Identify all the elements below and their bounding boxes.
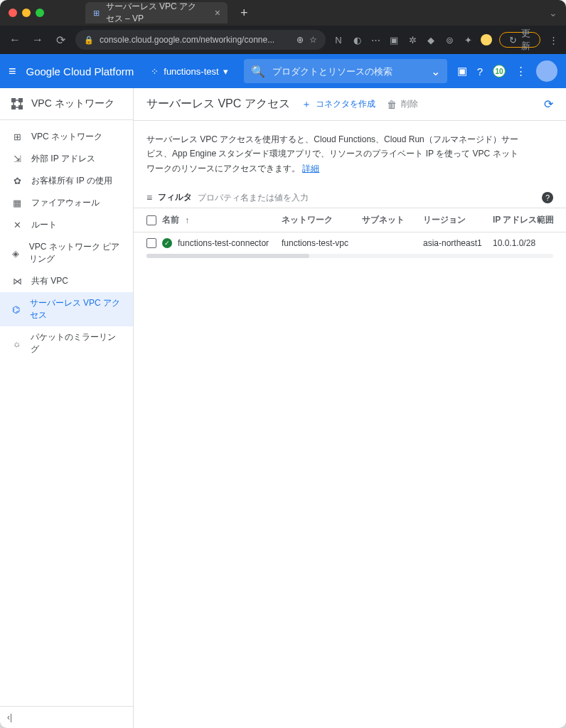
sidebar-item-label: ルート: [31, 219, 57, 231]
nav-menu-icon[interactable]: ≡: [9, 64, 16, 79]
delete-button[interactable]: 🗑 削除: [387, 98, 418, 110]
extensions-puzzle-icon[interactable]: ✦: [462, 34, 474, 46]
search-dropdown-icon[interactable]: ⌄: [431, 65, 440, 78]
vpc-network-icon: [10, 97, 24, 111]
sidebar-item-icon: ✕: [11, 220, 23, 230]
learn-more-link[interactable]: 詳細: [302, 164, 319, 173]
tab-title: サーバーレス VPC アクセス – VP: [106, 1, 205, 25]
update-arrow-icon: ↻: [507, 34, 518, 46]
create-connector-button[interactable]: ＋ コネクタを作成: [301, 98, 375, 111]
horizontal-scrollbar[interactable]: [146, 254, 553, 258]
chevron-down-icon: ▾: [223, 66, 228, 77]
browser-tab[interactable]: ⊞ サーバーレス VPC アクセス – VP ×: [85, 2, 228, 23]
window-menu-icon[interactable]: ⌄: [549, 7, 557, 18]
ext-icon-5[interactable]: ✲: [407, 34, 418, 46]
description-text: サーバーレス VPC アクセスを使用すると、Cloud Functions、Cl…: [146, 134, 518, 173]
sidebar-item-5[interactable]: ◈VPC ネットワーク ピアリング: [0, 236, 133, 270]
browser-update-button[interactable]: ↻ 更新: [499, 32, 540, 48]
refresh-button[interactable]: ⟳: [544, 97, 553, 111]
reload-button[interactable]: ⟳: [53, 33, 68, 47]
table-row[interactable]: ✓functions-test-connectorfunctions-test-…: [134, 232, 566, 254]
gcp-header: ≡ Google Cloud Platform ⁘ functions-test…: [0, 54, 566, 88]
col-network[interactable]: ネットワーク: [282, 214, 356, 226]
ext-avatar-icon[interactable]: [481, 34, 492, 46]
filter-bar: ≡ フィルタ ?: [134, 187, 566, 208]
extension-tray: N ◐ ⋯ ▣ ✲ ◆ ⊚ ✦ ↻ 更新 ⋮: [333, 32, 559, 48]
bookmark-star-icon[interactable]: ☆: [309, 35, 317, 45]
sidebar-collapse-button[interactable]: ‹|: [0, 706, 133, 728]
sidebar-item-icon: ⌬: [11, 304, 21, 315]
new-tab-button[interactable]: +: [240, 6, 248, 21]
search-in-page-icon[interactable]: ⊕: [297, 35, 304, 45]
sidebar-item-1[interactable]: ⇲外部 IP アドレス: [0, 148, 133, 170]
create-label: コネクタを作成: [316, 98, 375, 110]
sidebar-item-3[interactable]: ▦ファイアウォール: [0, 192, 133, 214]
tab-close-icon[interactable]: ×: [215, 7, 220, 18]
delete-label: 削除: [401, 98, 418, 110]
sidebar-item-2[interactable]: ✿お客様所有 IP の使用: [0, 170, 133, 192]
sidebar-item-label: お客様所有 IP の使用: [31, 175, 112, 187]
ext-notion-icon[interactable]: N: [333, 34, 344, 46]
sidebar-item-label: 共有 VPC: [31, 275, 68, 287]
sort-asc-icon: ↑: [185, 215, 189, 225]
search-input[interactable]: [272, 66, 424, 77]
sidebar-item-icon: ✿: [11, 176, 23, 186]
account-avatar[interactable]: [536, 60, 557, 82]
scrollbar-thumb[interactable]: [146, 254, 309, 258]
tab-favicon-icon: ⊞: [92, 8, 100, 18]
sidebar-item-8[interactable]: ☼パケットのミラーリング: [0, 326, 133, 360]
cell-region: asia-northeast1: [423, 238, 487, 248]
sidebar-item-icon: ⇲: [11, 154, 23, 164]
ext-icon-2[interactable]: ◐: [351, 34, 363, 46]
ext-icon-6[interactable]: ◆: [425, 34, 437, 46]
filter-help-icon[interactable]: ?: [542, 192, 553, 203]
zoom-window-icon[interactable]: [36, 9, 44, 17]
select-all-checkbox[interactable]: [146, 215, 156, 225]
url-text: console.cloud.google.com/networking/conn…: [100, 35, 274, 45]
status-ok-icon: ✓: [162, 238, 172, 248]
platform-name[interactable]: Google Cloud Platform: [26, 65, 134, 77]
sidebar-item-label: パケットのミラーリング: [31, 331, 122, 355]
svg-rect-2: [11, 105, 16, 109]
browser-menu-icon[interactable]: ⋮: [548, 34, 559, 46]
filter-title: フィルタ: [158, 191, 192, 203]
sidebar-item-icon: ⋈: [11, 276, 23, 287]
search-bar[interactable]: 🔍 ⌄: [244, 59, 447, 83]
help-icon[interactable]: ?: [477, 65, 483, 77]
sidebar-item-icon: ◈: [11, 248, 21, 259]
sidebar-item-0[interactable]: ⊞VPC ネットワーク: [0, 126, 133, 148]
page-title: サーバーレス VPC アクセス: [146, 97, 290, 112]
ext-icon-7[interactable]: ⊚: [444, 34, 455, 46]
row-checkbox[interactable]: [146, 238, 156, 248]
sidebar-item-4[interactable]: ✕ルート: [0, 214, 133, 236]
update-label: 更新: [521, 34, 533, 46]
sidebar-title[interactable]: VPC ネットワーク: [0, 88, 133, 120]
back-button[interactable]: ←: [7, 33, 23, 46]
project-selector[interactable]: ⁘ functions-test ▾: [144, 63, 233, 80]
col-ip-range[interactable]: IP アドレス範囲: [493, 214, 557, 226]
table-header-row: 名前 ↑ ネットワーク サブネット リージョン IP アドレス範囲: [134, 208, 566, 232]
project-icon: ⁘: [149, 66, 159, 76]
notifications-badge[interactable]: 10: [493, 65, 506, 77]
col-subnet[interactable]: サブネット: [362, 214, 417, 226]
console-icon[interactable]: ▣: [457, 65, 467, 77]
close-window-icon[interactable]: [9, 9, 17, 17]
address-bar[interactable]: 🔒 console.cloud.google.com/networking/co…: [75, 30, 326, 50]
sidebar-title-text: VPC ネットワーク: [31, 97, 114, 110]
connectors-table: 名前 ↑ ネットワーク サブネット リージョン IP アドレス範囲 ✓funct…: [134, 208, 566, 258]
page-header: サーバーレス VPC アクセス ＋ コネクタを作成 🗑 削除 ⟳: [134, 88, 566, 121]
window-titlebar: ⊞ サーバーレス VPC アクセス – VP × + ⌄: [0, 0, 566, 26]
col-name[interactable]: 名前 ↑: [162, 214, 276, 226]
filter-input[interactable]: [198, 193, 536, 203]
browser-toolbar: ← → ⟳ 🔒 console.cloud.google.com/network…: [0, 26, 566, 54]
minimize-window-icon[interactable]: [22, 9, 31, 17]
more-icon[interactable]: ⋮: [516, 65, 526, 77]
forward-button[interactable]: →: [30, 33, 46, 46]
sidebar-item-label: サーバーレス VPC アクセス: [30, 297, 122, 321]
sidebar-item-7[interactable]: ⌬サーバーレス VPC アクセス: [0, 292, 133, 326]
ext-icon-4[interactable]: ▣: [388, 34, 400, 46]
sidebar-item-6[interactable]: ⋈共有 VPC: [0, 270, 133, 292]
ext-icon-3[interactable]: ⋯: [370, 34, 381, 46]
filter-icon: ≡: [146, 192, 152, 203]
col-region[interactable]: リージョン: [423, 214, 487, 226]
